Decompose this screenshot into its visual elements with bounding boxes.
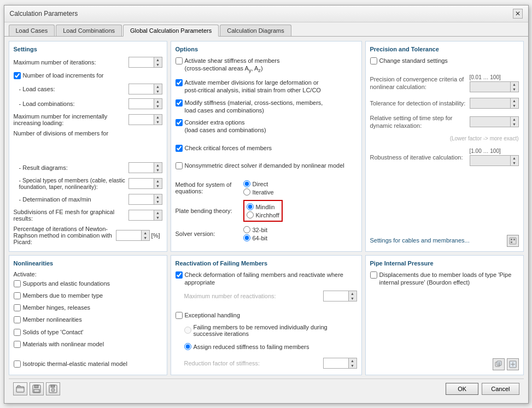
load-cases-down[interactable]: ▼ xyxy=(154,89,162,94)
reduction-spinbox[interactable]: 1000 ▲ ▼ xyxy=(323,358,357,369)
displacements-checkbox[interactable] xyxy=(370,271,377,279)
open-icon-btn[interactable] xyxy=(13,382,27,395)
change-std-checkbox[interactable] xyxy=(370,57,377,64)
save-icon-btn[interactable] xyxy=(30,382,44,395)
exceptional-checkbox[interactable] xyxy=(176,312,183,319)
check-critical-checkbox[interactable] xyxy=(176,145,183,152)
solver-32-radio[interactable] xyxy=(243,226,250,233)
max-incremental-spinbox[interactable]: 1000 ▲ ▼ xyxy=(128,114,162,125)
determination-up[interactable]: ▲ xyxy=(154,194,162,199)
convergence-input[interactable] xyxy=(470,82,510,92)
convergence-up[interactable]: ▲ xyxy=(511,82,518,87)
subdivisions-up[interactable]: ▲ xyxy=(154,210,162,215)
member-divisions-checkbox[interactable] xyxy=(176,79,183,86)
failing-remove-radio[interactable] xyxy=(184,327,191,334)
tab-global-calc[interactable]: Global Calculation Parameters xyxy=(123,25,219,37)
time-step-down[interactable]: ▼ xyxy=(511,122,518,127)
tab-load-combinations[interactable]: Load Combinations xyxy=(56,25,122,36)
pipe-icon-btn2[interactable] xyxy=(507,358,519,370)
load-cases-spinbox[interactable]: 1 ▲ ▼ xyxy=(128,84,162,94)
consider-extra-checkbox[interactable] xyxy=(176,119,183,126)
tab-load-cases[interactable]: Load Cases xyxy=(9,25,55,36)
pct-iterations-input[interactable]: 5 xyxy=(116,230,141,240)
shear-stiffness-checkbox[interactable] xyxy=(176,57,183,64)
instability-spinbox[interactable]: ▲ ▼ xyxy=(470,98,519,109)
robustness-down[interactable]: ▼ xyxy=(511,161,518,165)
nonsymmetric-checkbox[interactable] xyxy=(176,162,183,169)
subdivisions-input[interactable]: 3 xyxy=(129,210,154,220)
member-nonlinear-checkbox[interactable] xyxy=(14,316,21,323)
load-cases-input[interactable]: 1 xyxy=(129,84,154,94)
ok-button[interactable]: OK xyxy=(446,383,478,395)
load-comb-input[interactable]: 1 xyxy=(129,99,154,109)
result-diagrams-up[interactable]: ▲ xyxy=(154,163,162,168)
convergence-spinbox[interactable]: ▲ ▼ xyxy=(470,81,519,92)
result-diagrams-input[interactable]: 10 xyxy=(129,163,154,173)
cables-icon-btn[interactable] xyxy=(507,235,519,247)
subdivisions-spinbox[interactable]: 3 ▲ ▼ xyxy=(128,210,162,221)
plate-kirchhoff-radio[interactable] xyxy=(247,211,254,218)
load-increments-checkbox[interactable] xyxy=(14,72,21,79)
reduction-input[interactable]: 1000 xyxy=(324,358,348,368)
time-step-input[interactable] xyxy=(470,117,510,127)
tab-calc-diagrams[interactable]: Calculation Diagrams xyxy=(220,25,291,36)
max-reactivations-up[interactable]: ▲ xyxy=(349,291,356,296)
max-iterations-spinbox[interactable]: 100 ▲ ▼ xyxy=(128,57,162,68)
materials-nonlinear-checkbox[interactable] xyxy=(14,341,21,348)
special-types-input[interactable]: 10 xyxy=(129,179,154,188)
max-incremental-down[interactable]: ▼ xyxy=(154,120,162,125)
method-direct-radio[interactable] xyxy=(243,180,250,187)
robustness-up[interactable]: ▲ xyxy=(511,156,518,161)
assign-reduced-radio[interactable] xyxy=(184,343,191,350)
convergence-down[interactable]: ▼ xyxy=(511,87,518,92)
instability-up[interactable]: ▲ xyxy=(511,98,518,103)
pct-iterations-spinbox[interactable]: 5 ▲ ▼ xyxy=(116,230,150,241)
max-reactivations-input[interactable]: 3 xyxy=(324,291,348,301)
instability-input[interactable] xyxy=(470,98,510,108)
load-cases-up[interactable]: ▲ xyxy=(154,84,162,89)
instability-down[interactable]: ▼ xyxy=(511,103,518,108)
max-reactivations-down[interactable]: ▼ xyxy=(349,296,356,301)
subdivisions-down[interactable]: ▼ xyxy=(154,215,162,220)
load-comb-down[interactable]: ▼ xyxy=(154,104,162,109)
result-diagrams-down[interactable]: ▼ xyxy=(154,168,162,173)
determination-down[interactable]: ▼ xyxy=(154,199,162,204)
isotropic-checkbox[interactable] xyxy=(14,360,21,368)
pct-iterations-down[interactable]: ▼ xyxy=(142,235,149,240)
supports-elastic-checkbox[interactable] xyxy=(14,280,21,287)
reduction-down[interactable]: ▼ xyxy=(349,363,356,368)
max-iterations-down[interactable]: ▼ xyxy=(154,62,162,67)
max-reactivations-spinbox[interactable]: 3 ▲ ▼ xyxy=(323,291,357,301)
solver-64-radio[interactable] xyxy=(243,234,250,241)
solids-contact-checkbox[interactable] xyxy=(14,329,21,336)
max-iterations-input[interactable]: 100 xyxy=(129,57,154,67)
reduction-up[interactable]: ▲ xyxy=(349,358,356,363)
max-incremental-up[interactable]: ▲ xyxy=(154,115,162,120)
result-diagrams-spinbox[interactable]: 10 ▲ ▼ xyxy=(128,162,162,173)
close-button[interactable]: ✕ xyxy=(513,9,523,19)
special-types-spinbox[interactable]: 10 ▲ ▼ xyxy=(128,178,162,189)
time-step-up[interactable]: ▲ xyxy=(511,117,518,122)
check-deformation-checkbox[interactable] xyxy=(176,271,183,279)
cancel-button[interactable]: Cancel xyxy=(482,383,519,395)
floppy-icon-btn[interactable] xyxy=(46,382,60,395)
members-member-type-checkbox[interactable] xyxy=(14,292,21,299)
max-iterations-up[interactable]: ▲ xyxy=(154,57,162,62)
modify-stiffness-checkbox[interactable] xyxy=(176,99,183,107)
robustness-spinbox[interactable]: ▲ ▼ xyxy=(470,155,519,166)
determination-input[interactable]: 10 xyxy=(129,194,154,204)
special-types-up[interactable]: ▲ xyxy=(154,179,162,184)
member-hinges-checkbox[interactable] xyxy=(14,304,21,311)
pct-iterations-up[interactable]: ▲ xyxy=(142,230,149,235)
load-comb-spinbox[interactable]: 1 ▲ ▼ xyxy=(128,98,162,109)
determination-spinbox[interactable]: 10 ▲ ▼ xyxy=(128,194,162,205)
method-iterative-radio[interactable] xyxy=(243,188,250,196)
robustness-input[interactable] xyxy=(470,156,510,165)
pipe-icon-btn1[interactable] xyxy=(493,358,505,370)
cables-label[interactable]: Settings for cables and membranes... xyxy=(370,236,507,244)
max-incremental-input[interactable]: 1000 xyxy=(129,115,154,125)
load-comb-up[interactable]: ▲ xyxy=(154,99,162,104)
time-step-spinbox[interactable]: ▲ ▼ xyxy=(470,116,519,127)
special-types-down[interactable]: ▼ xyxy=(154,184,162,188)
plate-mindlin-radio[interactable] xyxy=(247,203,254,210)
